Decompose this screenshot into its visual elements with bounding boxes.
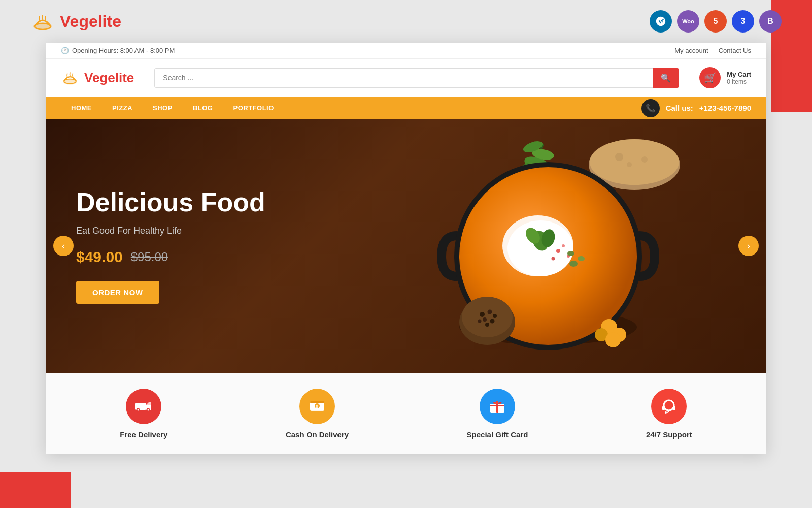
bootstrap-icon[interactable]: B (759, 10, 782, 33)
nav-item-portfolio[interactable]: PORTFOLIO (223, 97, 284, 119)
svg-point-45 (138, 409, 139, 411)
hero-subtitle: Eat Good For Healthy Life (76, 226, 265, 236)
svg-rect-59 (673, 406, 675, 410)
svg-point-7 (641, 156, 648, 163)
nav-item-blog[interactable]: BLOG (183, 97, 223, 119)
site-nav: HOME PIZZA SHOP BLOG PORTFOLIO 📞 Call us… (46, 97, 766, 119)
svg-point-26 (562, 244, 565, 247)
opening-hours: 🕐 Opening Hours: 8:00 AM - 8:00 PM (61, 47, 175, 54)
search-icon: 🔍 (661, 74, 671, 82)
nav-call: 📞 Call us: +123-456-7890 (641, 99, 751, 117)
info-links: My account Contact Us (674, 47, 751, 54)
header-logo: Vegelite (61, 69, 134, 87)
support-label: 24/7 Support (646, 430, 692, 439)
hero-title: Delicious Food (76, 188, 265, 217)
cart-count: 0 items (727, 78, 751, 85)
shopping-cart-icon: 🛒 (704, 72, 717, 84)
call-number: +123-456-7890 (699, 104, 751, 112)
search-input[interactable] (154, 68, 653, 88)
phone-icon: 📞 (641, 99, 660, 117)
feature-support: 24/7 Support (646, 389, 692, 439)
outer-top-bar: Vegelite Woo 5 3 B (0, 0, 812, 43)
cart-icon: 🛒 (699, 67, 721, 88)
search-button[interactable]: 🔍 (653, 68, 679, 88)
svg-rect-56 (490, 405, 504, 406)
hero-price-new: $49.00 (76, 248, 123, 266)
hero-food-visual (350, 129, 746, 363)
slider-prev-button[interactable]: ‹ (53, 236, 74, 256)
cash-delivery-icon: $ (299, 389, 335, 424)
svg-point-47 (148, 409, 149, 411)
feature-cash-delivery: $ Cash On Delivery (286, 389, 349, 439)
svg-point-6 (615, 153, 623, 161)
clock-icon: 🕐 (61, 47, 69, 54)
svg-point-23 (556, 249, 560, 253)
cash-delivery-label: Cash On Delivery (286, 430, 349, 439)
info-bar: 🕐 Opening Hours: 8:00 AM - 8:00 PM My ac… (46, 43, 766, 59)
svg-point-36 (490, 319, 494, 324)
feature-free-delivery: Free Delivery (120, 389, 167, 439)
svg-text:$: $ (316, 404, 318, 409)
svg-point-8 (627, 162, 632, 167)
css3-icon[interactable]: 3 (732, 10, 754, 33)
svg-point-25 (551, 257, 555, 261)
svg-point-34 (493, 314, 497, 318)
contact-us-link[interactable]: Contact Us (719, 47, 751, 54)
slider-next-button[interactable]: › (738, 236, 759, 256)
svg-point-29 (567, 251, 574, 256)
header-logo-text: Vegelite (84, 70, 134, 86)
cart-area[interactable]: 🛒 My Cart 0 items (699, 67, 751, 88)
gift-card-label: Special Gift Card (467, 430, 528, 439)
svg-rect-50 (310, 401, 324, 403)
hours-text: Opening Hours: 8:00 AM - 8:00 PM (72, 47, 175, 54)
hero-prices: $49.00 $95.00 (76, 248, 265, 266)
features-bar: Free Delivery $ Cash On Delivery (46, 373, 766, 454)
html5-icon[interactable]: 5 (704, 10, 727, 33)
wordpress-icon[interactable] (650, 10, 672, 33)
nav-item-shop[interactable]: SHOP (143, 97, 183, 119)
support-icon (651, 389, 687, 424)
hero-content: Delicious Food Eat Good For Healthy Life… (46, 188, 296, 303)
outer-logo-text: Vegelite (60, 12, 121, 31)
svg-point-38 (485, 323, 489, 327)
call-label: Call us: (666, 104, 693, 112)
food-bowl-svg (416, 124, 680, 368)
website-wrapper: 🕐 Opening Hours: 8:00 AM - 8:00 PM My ac… (46, 43, 766, 454)
nav-list: HOME PIZZA SHOP BLOG PORTFOLIO (61, 97, 284, 119)
tech-icons-group: Woo 5 3 B (650, 10, 782, 33)
svg-point-33 (487, 310, 492, 314)
header-logo-icon (61, 69, 79, 87)
woocommerce-icon[interactable]: Woo (677, 10, 699, 33)
free-delivery-icon (126, 389, 161, 424)
my-account-link[interactable]: My account (674, 47, 708, 54)
free-delivery-label: Free Delivery (120, 430, 167, 439)
gift-card-icon (480, 389, 515, 424)
logo-icon (30, 9, 55, 34)
order-now-button[interactable]: ORDER NOW (76, 281, 159, 304)
search-area: 🔍 (154, 68, 679, 88)
svg-point-27 (569, 261, 578, 267)
outer-logo: Vegelite (30, 9, 121, 34)
svg-point-31 (462, 297, 513, 337)
svg-point-37 (478, 320, 481, 323)
svg-point-32 (480, 312, 485, 317)
svg-point-5 (590, 139, 679, 185)
nav-item-pizza[interactable]: PIZZA (102, 97, 143, 119)
svg-point-57 (664, 400, 674, 410)
svg-rect-55 (496, 401, 498, 413)
svg-point-42 (605, 332, 621, 347)
cart-label: My Cart (727, 71, 751, 78)
svg-point-60 (665, 411, 667, 414)
hero-slider: Delicious Food Eat Good For Healthy Life… (46, 119, 766, 373)
svg-point-35 (483, 318, 487, 322)
svg-point-28 (578, 256, 585, 261)
site-header: Vegelite 🔍 🛒 My Cart 0 items (46, 59, 766, 97)
nav-item-home[interactable]: HOME (61, 97, 102, 119)
cart-text: My Cart 0 items (727, 71, 751, 85)
feature-gift-card: Special Gift Card (467, 389, 528, 439)
hero-price-old: $95.00 (131, 250, 168, 264)
svg-rect-58 (662, 406, 665, 410)
